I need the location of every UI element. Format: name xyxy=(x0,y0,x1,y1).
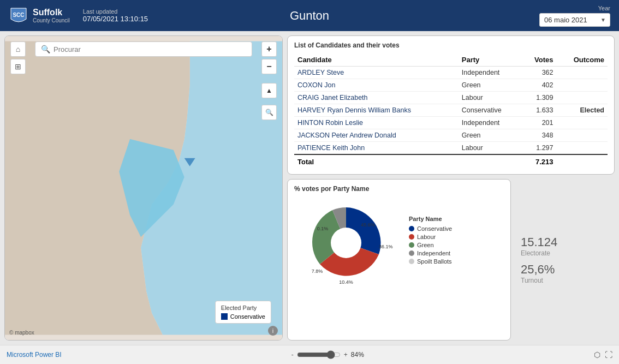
legend-item-label: Labour xyxy=(417,234,436,240)
total-label: Total xyxy=(294,154,522,169)
candidate-outcome xyxy=(557,92,608,104)
share-icon[interactable]: ⬡ xyxy=(594,350,600,359)
candidate-party: Green xyxy=(459,129,522,142)
svg-text:SCC: SCC xyxy=(13,12,24,18)
svg-text:45.6%: 45.6% xyxy=(361,222,375,228)
logo-text: Suffolk County Council xyxy=(33,7,70,24)
candidate-name: ARDLEY Steve xyxy=(294,67,459,79)
candidate-outcome xyxy=(557,79,608,92)
candidate-name: HINTON Robin Leslie xyxy=(294,117,459,129)
candidates-panel: List of Candidates and their votes Candi… xyxy=(287,35,615,175)
legend-color-dot xyxy=(409,250,414,256)
table-row: HARVEY Ryan Dennis William Banks Conserv… xyxy=(294,104,608,117)
stats-panel: 15.124 Electorate 25,6% Turnout xyxy=(515,179,563,341)
total-votes: 7.213 xyxy=(522,154,557,169)
col-header-outcome: Outcome xyxy=(557,53,608,67)
legend-item-label: Spoilt Ballots xyxy=(417,258,452,265)
candidate-party: Independent xyxy=(459,67,522,79)
candidates-panel-title: List of Candidates and their votes xyxy=(294,41,608,49)
chart-panel: % votes por Party Name xyxy=(287,179,511,341)
svg-text:0.1%: 0.1% xyxy=(317,226,329,231)
electorate-stat: 15.124 Electorate xyxy=(521,235,557,257)
map-controls-left: ⌂ ⊞ xyxy=(10,41,26,74)
legend-color-dot xyxy=(409,242,414,248)
zoom-search-button[interactable]: 🔍 xyxy=(261,105,277,120)
candidate-votes: 1.633 xyxy=(522,104,557,117)
legend-row: Labour xyxy=(409,234,504,240)
col-header-votes: Votes xyxy=(522,53,557,67)
year-select[interactable]: 06 maio 2021 xyxy=(539,13,610,27)
zoom-minus-button[interactable]: - xyxy=(291,351,294,359)
electorate-value: 15.124 xyxy=(521,235,557,249)
candidate-outcome xyxy=(557,117,608,129)
year-select-wrapper[interactable]: 06 maio 2021 xyxy=(539,13,610,27)
last-updated-area: Last updated 07/05/2021 13:10:15 xyxy=(83,8,148,23)
pie-legend: Party Name Conservative Labour Green Ind… xyxy=(409,216,504,266)
candidate-votes: 402 xyxy=(522,79,557,92)
zoom-slider[interactable] xyxy=(297,350,341,359)
candidate-votes: 362 xyxy=(522,67,557,79)
candidate-outcome xyxy=(557,129,608,142)
candidate-outcome xyxy=(557,67,608,79)
fullscreen-icon[interactable]: ⛶ xyxy=(605,350,612,359)
legend-item-label: Green xyxy=(417,242,434,248)
bottom-section: % votes por Party Name xyxy=(287,179,615,341)
legend-party-name: Conservative xyxy=(230,313,265,320)
map-home-button[interactable]: ⌂ xyxy=(10,41,26,57)
info-icon[interactable]: i xyxy=(268,326,278,336)
last-updated-label: Last updated xyxy=(83,8,148,15)
zoom-arrow-button[interactable]: ▲ xyxy=(261,83,277,98)
zoom-out-button[interactable]: − xyxy=(261,59,277,74)
footer-icons: ⬡ ⛶ xyxy=(594,350,612,359)
map-background: 🔍 ⌂ ⊞ + − ▲ 🔍 Elected Party xyxy=(5,36,282,340)
zoom-controls: - + 84% xyxy=(291,350,364,359)
elected-party-legend: Elected Party Conservative xyxy=(215,301,271,324)
electorate-label: Electorate xyxy=(521,249,557,257)
header: SCC Suffolk County Council Last updated … xyxy=(0,0,619,31)
conservative-color-swatch xyxy=(221,313,228,320)
year-area: Year 06 maio 2021 xyxy=(539,5,610,27)
pie-legend-items: Conservative Labour Green Independent Sp… xyxy=(409,225,504,265)
candidate-votes: 1.297 xyxy=(522,142,557,155)
candidate-name: HARVEY Ryan Dennis William Banks xyxy=(294,104,459,117)
candidate-votes: 201 xyxy=(522,117,557,129)
table-row: HINTON Robin Leslie Independent 201 xyxy=(294,117,608,129)
year-label: Year xyxy=(598,5,610,11)
legend-row: Spoilt Ballots xyxy=(409,258,504,265)
turnout-value: 25,6% xyxy=(521,262,557,277)
org-name-line2: County Council xyxy=(33,17,70,24)
table-row: JACKSON Peter Andrew Donald Green 348 xyxy=(294,129,608,142)
legend-color-dot xyxy=(409,234,414,240)
map-panel: 🔍 ⌂ ⊞ + − ▲ 🔍 Elected Party xyxy=(4,35,283,341)
map-layers-button[interactable]: ⊞ xyxy=(10,59,26,74)
zoom-in-button[interactable]: + xyxy=(261,41,277,57)
svg-text:7.8%: 7.8% xyxy=(312,268,323,274)
right-panels: List of Candidates and their votes Candi… xyxy=(287,35,615,341)
pie-chart-svg: 45.6% 36.1% 10.4% 7.8% 0.1% xyxy=(294,191,403,289)
candidate-votes: 348 xyxy=(522,129,557,142)
table-row: ARDLEY Steve Independent 362 xyxy=(294,67,608,79)
candidate-votes: 1.309 xyxy=(522,92,557,104)
map-svg xyxy=(5,36,282,340)
legend-item-label: Conservative xyxy=(417,225,452,232)
search-input[interactable] xyxy=(53,45,246,53)
footer: Microsoft Power BI - + 84% ⬡ ⛶ xyxy=(0,345,619,364)
search-bar[interactable]: 🔍 xyxy=(35,41,252,57)
candidate-party: Labour xyxy=(459,142,522,155)
candidate-name: COXON Jon xyxy=(294,79,459,92)
candidate-party: Green xyxy=(459,79,522,92)
table-footer-row: Total 7.213 xyxy=(294,154,608,169)
zoom-plus-button[interactable]: + xyxy=(344,351,348,359)
candidate-outcome xyxy=(557,142,608,155)
col-header-candidate: Candidate xyxy=(294,53,459,67)
suffolk-shield-icon: SCC xyxy=(9,6,28,26)
legend-color-dot xyxy=(409,259,414,264)
pie-legend-title: Party Name xyxy=(409,216,504,222)
candidate-name: PATIENCE Keith John xyxy=(294,142,459,155)
zoom-level-display: 84% xyxy=(351,351,364,359)
legend-row: Green xyxy=(409,242,504,248)
mapbox-logo: © mapbox xyxy=(9,330,34,336)
table-row: COXON Jon Green 402 xyxy=(294,79,608,92)
power-bi-link[interactable]: Microsoft Power BI xyxy=(7,351,62,359)
legend-color-dot xyxy=(409,226,414,231)
